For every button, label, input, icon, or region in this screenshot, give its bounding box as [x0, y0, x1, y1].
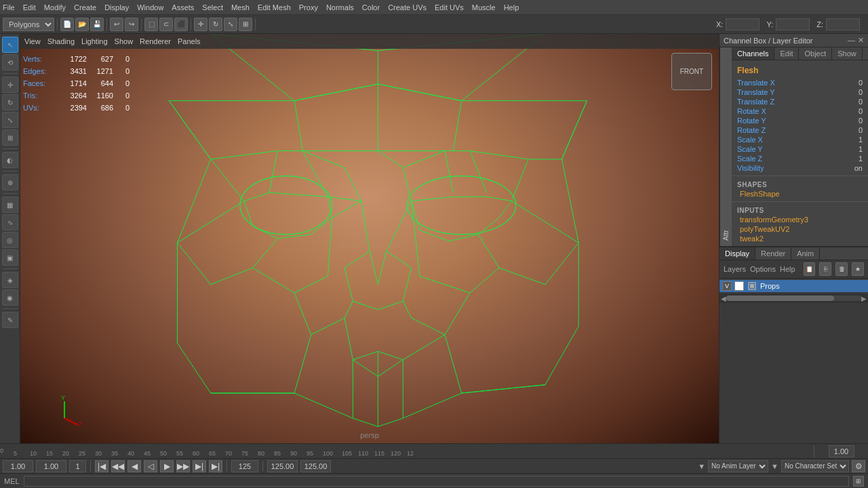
menu-file[interactable]: File	[3, 3, 15, 12]
help-menu[interactable]: Help	[780, 265, 795, 273]
menu-display[interactable]: Display	[104, 3, 129, 12]
lasso-btn[interactable]: ⊂	[159, 18, 173, 31]
menu-window[interactable]: Window	[137, 3, 163, 12]
menu-create[interactable]: Create	[74, 3, 96, 12]
current-frame-input2[interactable]	[231, 460, 258, 472]
new-scene-btn[interactable]: 📄	[60, 18, 74, 31]
panel-close-btn[interactable]: ✕	[858, 36, 864, 45]
shading-menu[interactable]: Shading	[47, 37, 75, 45]
timeline[interactable]: 0 5 10 15 20 25 30 35 40 45 50 55 60 65 …	[0, 443, 868, 458]
layer-tab-display[interactable]: Display	[719, 247, 755, 260]
shape-flesh[interactable]: FleshShape	[732, 189, 868, 199]
move-tool-btn[interactable]: ✛	[2, 77, 18, 93]
play-back-btn[interactable]: ◁	[144, 460, 157, 472]
rotate-btn[interactable]: ↻	[209, 18, 222, 31]
menu-muscle[interactable]: Muscle	[472, 3, 496, 12]
input-transform-geo[interactable]: transformGeometry3	[732, 215, 868, 224]
options-menu[interactable]: Options	[750, 265, 776, 273]
scroll-right-arrow[interactable]: ▶	[861, 295, 867, 302]
menu-edit[interactable]: Edit	[23, 3, 36, 12]
prev-keyframe-btn[interactable]: ◀	[127, 460, 141, 472]
render-btn[interactable]: ◈	[2, 272, 18, 288]
show-menu[interactable]: Show	[115, 37, 134, 45]
menu-assets[interactable]: Assets	[172, 3, 194, 12]
lighting-menu[interactable]: Lighting	[81, 37, 108, 45]
scale-btn[interactable]: ⤡	[224, 18, 237, 31]
range-start-input[interactable]	[3, 460, 33, 472]
menu-select[interactable]: Select	[202, 3, 223, 12]
y-input[interactable]	[776, 18, 810, 30]
menu-edit-mesh[interactable]: Edit Mesh	[258, 3, 291, 12]
transform-btn[interactable]: ⊞	[239, 18, 252, 31]
select-tool-btn[interactable]: ↖	[2, 37, 18, 53]
input-tweak[interactable]: tweak2	[732, 234, 868, 243]
go-start-btn[interactable]: |◀	[95, 460, 108, 472]
rotate-tool-btn[interactable]: ↻	[2, 94, 18, 110]
layer-visibility[interactable]: V	[722, 281, 732, 291]
layer-icon-delete[interactable]: 🗑	[835, 262, 848, 276]
move-btn[interactable]: ✛	[194, 18, 208, 31]
view-menu[interactable]: View	[24, 37, 41, 45]
z-input[interactable]	[826, 18, 860, 30]
paint-select-btn[interactable]: ⟲	[2, 54, 18, 70]
undo-btn[interactable]: ↩	[110, 18, 123, 31]
current-frame-input[interactable]	[829, 445, 854, 458]
scrollbar-thumb[interactable]	[726, 296, 834, 301]
scale-tool-btn[interactable]: ⤡	[2, 112, 18, 128]
layers-menu[interactable]: Layers	[724, 265, 746, 273]
frame-step-input[interactable]	[69, 460, 86, 472]
snap-point-btn[interactable]: ◎	[2, 232, 18, 248]
menu-create-uvs[interactable]: Create UVs	[388, 3, 427, 12]
menu-color[interactable]: Color	[362, 3, 380, 12]
menu-proxy[interactable]: Proxy	[299, 3, 318, 12]
char-set-extra-btn[interactable]: ⚙	[852, 460, 865, 472]
viewport[interactable]: View Shading Lighting Show Renderer Pane…	[20, 34, 719, 443]
range-end-input[interactable]	[267, 460, 298, 472]
tab-show[interactable]: Show	[832, 47, 863, 60]
layer-tab-anim[interactable]: Anim	[791, 247, 820, 260]
open-btn[interactable]: 📂	[75, 18, 89, 31]
redo-btn[interactable]: ↪	[125, 18, 138, 31]
range-end-input2[interactable]	[300, 460, 331, 472]
anim-layer-select[interactable]: No Anim Layer	[708, 460, 768, 472]
go-end-btn[interactable]: ▶|	[209, 460, 222, 472]
tab-channels[interactable]: Channels	[732, 47, 774, 60]
tab-object[interactable]: Object	[799, 47, 832, 60]
layer-icon-copy[interactable]: ⎘	[819, 262, 831, 276]
layer-scrollbar[interactable]: ◀ ▶	[719, 293, 868, 303]
prev-frame-btn[interactable]: ◀◀	[111, 460, 125, 472]
input-poly-tweak[interactable]: polyTweakUV2	[732, 224, 868, 234]
transform-tool-btn[interactable]: ⊞	[2, 129, 18, 146]
mel-input[interactable]	[24, 476, 849, 487]
save-btn[interactable]: 💾	[90, 18, 104, 31]
menu-modify[interactable]: Modify	[44, 3, 66, 12]
paint-btn[interactable]: ⬛	[174, 18, 188, 31]
snap-grid-btn[interactable]: ▦	[2, 197, 18, 213]
menu-normals[interactable]: Normals	[326, 3, 354, 12]
next-frame-btn[interactable]: ▶|	[193, 460, 206, 472]
char-set-select[interactable]: No Character Set	[781, 460, 849, 472]
tab-edit[interactable]: Edit	[774, 47, 799, 60]
layer-icon-new[interactable]: 📋	[804, 262, 816, 276]
select-btn[interactable]: ⬚	[144, 18, 158, 31]
snap-view-btn[interactable]: ▣	[2, 249, 18, 266]
x-input[interactable]	[726, 18, 760, 30]
scrollbar-track[interactable]	[726, 296, 861, 301]
playback-speed-input[interactable]	[36, 460, 66, 472]
show-manip-btn[interactable]: ⊕	[2, 174, 18, 190]
soft-sel-btn[interactable]: ◐	[2, 152, 18, 168]
renderer-menu[interactable]: Renderer	[140, 37, 171, 45]
timeline-ruler[interactable]: 0 5 10 15 20 25 30 35 40 45 50 55 60 65 …	[0, 444, 814, 459]
ipr-btn[interactable]: ◉	[2, 289, 18, 306]
menu-edit-uvs[interactable]: Edit UVs	[435, 3, 464, 12]
menu-mesh[interactable]: Mesh	[231, 3, 250, 12]
layer-tab-render[interactable]: Render	[755, 247, 791, 260]
mel-expand-btn[interactable]: ⊞	[853, 476, 864, 487]
scroll-left-arrow[interactable]: ◀	[721, 295, 726, 302]
menu-help[interactable]: Help	[504, 3, 519, 12]
layer-icon-attr[interactable]: ★	[852, 262, 864, 276]
next-keyframe-btn[interactable]: ▶▶	[176, 460, 190, 472]
snap-curve-btn[interactable]: ∿	[2, 214, 18, 230]
panels-menu[interactable]: Panels	[178, 37, 201, 45]
play-btn[interactable]: ▶	[160, 460, 174, 472]
